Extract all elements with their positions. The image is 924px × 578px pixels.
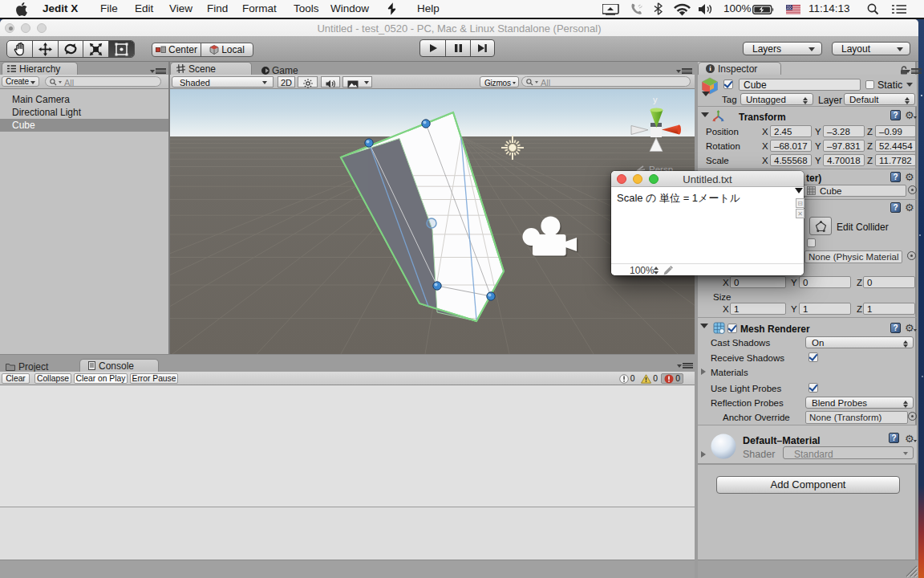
svg-text:x: x bbox=[683, 124, 688, 133]
svg-text:y: y bbox=[653, 95, 658, 104]
